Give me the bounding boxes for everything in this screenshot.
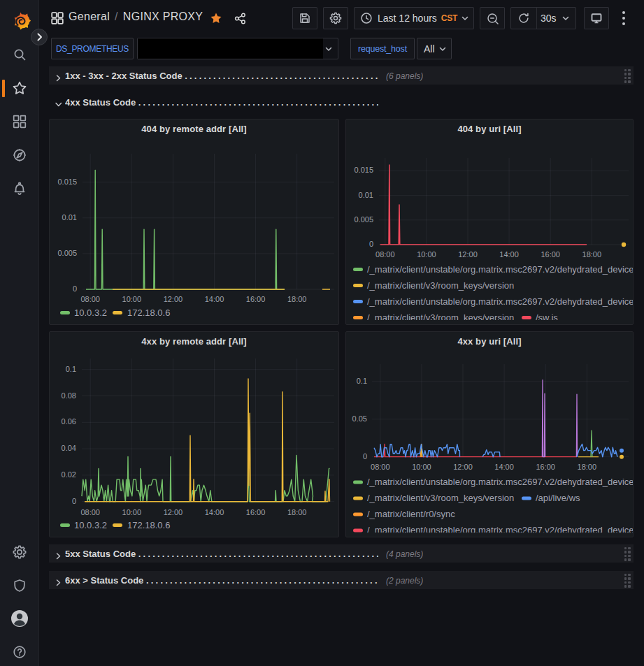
svg-text:0.04: 0.04 (62, 444, 76, 452)
svg-text:16:00: 16:00 (246, 295, 266, 303)
svg-text:10:00: 10:00 (122, 295, 142, 303)
svg-text:12:00: 12:00 (164, 508, 183, 516)
svg-text:12:00: 12:00 (164, 295, 183, 303)
svg-text:/_matrix/client/unstable/org.m: /_matrix/client/unstable/org.matrix.msc2… (367, 525, 633, 533)
svg-text:10:00: 10:00 (122, 508, 142, 516)
svg-text:16:00: 16:00 (541, 250, 560, 259)
svg-text:14:00: 14:00 (499, 250, 519, 259)
svg-text:08:00: 08:00 (375, 250, 395, 259)
svg-text:18:00: 18:00 (582, 250, 602, 259)
svg-text:18:00: 18:00 (287, 295, 307, 303)
svg-text:0.015: 0.015 (57, 178, 77, 186)
svg-text:0.1: 0.1 (66, 365, 76, 373)
svg-text:12:00: 12:00 (458, 250, 478, 259)
svg-text:0: 0 (363, 452, 367, 461)
svg-text:0.005: 0.005 (354, 215, 373, 224)
svg-text:0: 0 (72, 497, 76, 505)
svg-text:0.05: 0.05 (352, 414, 367, 423)
svg-text:12:00: 12:00 (453, 463, 473, 471)
svg-text:0.005: 0.005 (57, 249, 77, 257)
svg-text:/api/live/ws: /api/live/ws (536, 493, 580, 503)
svg-text:0.015: 0.015 (354, 166, 373, 174)
svg-text:18:00: 18:00 (578, 463, 597, 471)
svg-text:172.18.0.6: 172.18.0.6 (127, 307, 170, 318)
svg-text:14:00: 14:00 (205, 295, 224, 303)
svg-text:16:00: 16:00 (536, 463, 555, 471)
svg-text:08:00: 08:00 (371, 463, 390, 471)
svg-text:16:00: 16:00 (246, 508, 266, 516)
svg-text:10.0.3.2: 10.0.3.2 (74, 520, 107, 530)
svg-text:10.0.3.2: 10.0.3.2 (74, 307, 107, 318)
svg-text:/_matrix/client/unstable/org.m: /_matrix/client/unstable/org.matrix.msc2… (367, 477, 633, 487)
svg-text:0.1: 0.1 (357, 377, 367, 385)
svg-text:/_matrix/client/unstable/org.m: /_matrix/client/unstable/org.matrix.msc2… (367, 296, 633, 307)
svg-text:08:00: 08:00 (80, 295, 100, 303)
svg-text:14:00: 14:00 (205, 508, 224, 516)
svg-text:/_matrix/client/v3/room_keys/v: /_matrix/client/v3/room_keys/version (367, 493, 514, 503)
svg-text:0.08: 0.08 (62, 391, 76, 400)
svg-text:18:00: 18:00 (287, 508, 307, 516)
svg-text:/_matrix/client/r0/sync: /_matrix/client/r0/sync (367, 509, 455, 519)
svg-text:0.01: 0.01 (359, 191, 373, 199)
svg-text:10:00: 10:00 (417, 250, 436, 259)
svg-text:14:00: 14:00 (494, 463, 514, 471)
svg-text:/_matrix/client/v3/room_keys/v: /_matrix/client/v3/room_keys/version (367, 312, 514, 321)
svg-text:0.06: 0.06 (62, 417, 76, 426)
svg-text:0.02: 0.02 (62, 470, 76, 479)
svg-text:10:00: 10:00 (412, 463, 431, 471)
svg-text:/_matrix/client/unstable/org.m: /_matrix/client/unstable/org.matrix.msc2… (367, 264, 633, 275)
svg-text:0: 0 (369, 240, 373, 248)
svg-text:/_matrix/client/v3/room_keys/v: /_matrix/client/v3/room_keys/version (367, 280, 514, 291)
svg-text:172.18.0.6: 172.18.0.6 (127, 520, 170, 530)
svg-text:/sw.js: /sw.js (536, 312, 558, 321)
svg-text:0: 0 (73, 284, 77, 293)
svg-text:0.01: 0.01 (62, 213, 77, 222)
svg-text:08:00: 08:00 (80, 508, 100, 516)
